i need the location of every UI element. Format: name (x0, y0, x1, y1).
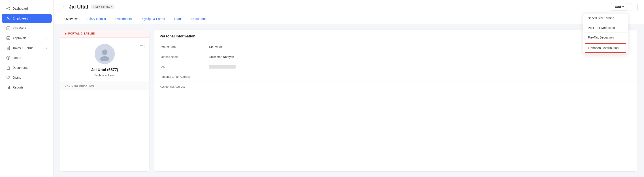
dropdown-item-post-tax-deduction[interactable]: Post-Tax Deduction (583, 23, 628, 33)
sidebar-item-label: Approvals (12, 36, 26, 40)
info-row-pan: PAN (154, 62, 638, 72)
svg-rect-5 (7, 37, 10, 40)
loans-icon (6, 56, 10, 60)
approvals-icon (6, 36, 10, 40)
sidebar-item-loans[interactable]: Loans (2, 53, 52, 62)
more-icon: ··· (632, 5, 635, 9)
info-label-fathers-name: Father's Name (160, 55, 209, 59)
sidebar-item-label: Reports (12, 86, 24, 89)
dropdown-item-donation-contribution[interactable]: Donation Contribution (585, 43, 626, 53)
red-dot-icon (65, 33, 66, 35)
info-row-email: Personal Email Address - (154, 72, 638, 82)
profile-avatar-section: ✏ Jai Uttal (6577) Technical Lead (60, 38, 149, 82)
info-value-address: - (209, 85, 210, 88)
svg-point-3 (8, 17, 9, 19)
sidebar-item-dashboard[interactable]: Dashboard (2, 4, 52, 13)
sidebar-item-approvals[interactable]: Approvals › (2, 34, 52, 43)
info-label-address: Residential Address (160, 85, 209, 88)
info-value-dob: 14/07/1996 (209, 45, 223, 49)
add-dropdown-menu: Scheduled Earning Post-Tax Deduction Pre… (583, 13, 628, 54)
profile-role: Technical Lead (94, 74, 115, 77)
profile-card: PORTAL DISABLED ✏ Jai Uttal (6577) Techn… (60, 30, 150, 172)
portal-disabled-banner: PORTAL DISABLED (60, 30, 149, 38)
personal-info-title: Personal Information (154, 30, 638, 42)
svg-point-12 (100, 56, 109, 61)
sidebar: Dashboard Employees Pay Runs Approv (0, 0, 54, 177)
employee-name: Jai Uttal (69, 4, 88, 10)
content-area: PORTAL DISABLED ✏ Jai Uttal (6577) Techn… (54, 24, 644, 177)
edit-avatar-button[interactable]: ✏ (138, 42, 145, 49)
back-button[interactable]: ‹ (60, 4, 66, 10)
svg-point-11 (102, 50, 108, 55)
info-row-address: Residential Address - (154, 82, 638, 91)
add-button[interactable]: Add ▾ (611, 3, 628, 11)
header-right: Add ▾ ··· Scheduled Earning Post-Tax Ded… (611, 3, 638, 11)
employees-icon (6, 16, 10, 20)
dropdown-item-pre-tax-deduction[interactable]: Pre-Tax Deduction (583, 33, 628, 42)
svg-point-1 (8, 8, 9, 9)
svg-rect-10 (9, 86, 10, 89)
chevron-right-icon: › (46, 37, 47, 40)
giving-icon (6, 76, 10, 80)
info-row-fathers-name: Father's Name Lakshman Narayan (154, 52, 638, 62)
sidebar-item-taxes-forms[interactable]: Taxes & Forms › (2, 44, 52, 52)
svg-rect-9 (8, 87, 9, 89)
portal-disabled-label: PORTAL DISABLED (68, 32, 95, 35)
chevron-left-icon: ‹ (63, 5, 64, 9)
info-value-email: - (209, 75, 210, 78)
sidebar-item-pay-runs[interactable]: Pay Runs (2, 24, 52, 33)
emp-id-badge: EMP. ID: 6577 (91, 5, 115, 9)
sidebar-item-label: Taxes & Forms (12, 46, 33, 50)
sidebar-item-label: Dashboard (12, 7, 28, 10)
documents-icon (6, 66, 10, 70)
sidebar-item-label: Giving (12, 76, 22, 79)
taxes-icon (6, 46, 10, 50)
tab-bar: Overview Salary Details Investments Pays… (54, 14, 644, 24)
tab-salary-details[interactable]: Salary Details (82, 14, 110, 24)
add-button-label: Add (615, 5, 621, 9)
sidebar-item-label: Documents (12, 66, 28, 69)
sidebar-item-label: Pay Runs (12, 27, 26, 30)
info-value-fathers-name: Lakshman Narayan (209, 55, 234, 59)
info-label-pan: PAN (160, 65, 209, 69)
sidebar-item-label: Loans (12, 56, 21, 60)
personal-info-card: Personal Information Date of Birth 14/07… (154, 30, 638, 172)
reports-icon (6, 85, 10, 89)
info-value-pan (209, 65, 236, 69)
payruns-icon (6, 26, 10, 30)
sidebar-item-label: Employees (12, 17, 28, 20)
page-header: ‹ Jai Uttal EMP. ID: 6577 Add ▾ ··· Sche… (54, 0, 644, 14)
tab-payslips-forms[interactable]: Payslips & Forms (136, 14, 170, 24)
basic-info-section-label: BASIC INFORMATION (60, 82, 149, 90)
more-button[interactable]: ··· (630, 3, 638, 11)
dropdown-item-scheduled-earning[interactable]: Scheduled Earning (583, 14, 628, 23)
header-left: ‹ Jai Uttal EMP. ID: 6577 (60, 4, 114, 10)
chevron-down-icon: ▾ (622, 5, 624, 9)
sidebar-item-reports[interactable]: Reports (2, 83, 52, 92)
avatar (95, 44, 115, 64)
pencil-icon: ✏ (140, 44, 143, 47)
tab-documents[interactable]: Documents (187, 14, 212, 24)
dashboard-icon (6, 7, 10, 11)
info-label-dob: Date of Birth (160, 45, 209, 49)
tab-loans[interactable]: Loans (170, 14, 187, 24)
tab-overview[interactable]: Overview (60, 14, 82, 24)
sidebar-item-documents[interactable]: Documents (2, 63, 52, 72)
main-content: ‹ Jai Uttal EMP. ID: 6577 Add ▾ ··· Sche… (54, 0, 644, 177)
info-label-email: Personal Email Address (160, 75, 209, 78)
profile-name: Jai Uttal (6577) (91, 68, 118, 72)
sidebar-item-giving[interactable]: Giving (2, 73, 52, 82)
svg-rect-8 (7, 88, 8, 89)
chevron-right-icon: › (46, 47, 47, 49)
info-row-dob: Date of Birth 14/07/1996 (154, 42, 638, 52)
sidebar-item-employees[interactable]: Employees (2, 14, 52, 23)
tab-investments[interactable]: Investments (110, 14, 136, 24)
